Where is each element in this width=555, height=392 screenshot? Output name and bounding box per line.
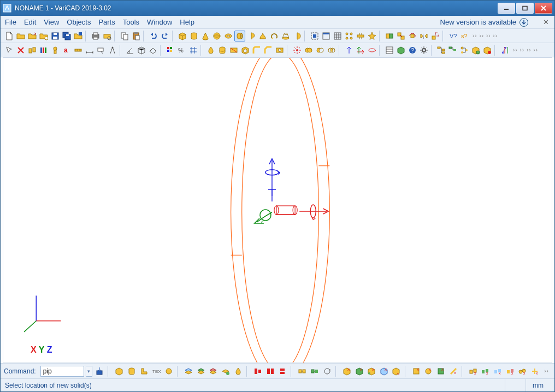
constrain3-icon[interactable]: x [367,366,377,377]
save-icon[interactable] [50,31,61,41]
solid-cone-icon[interactable] [200,31,211,41]
command-input[interactable] [40,366,84,377]
tool-dim-icon[interactable] [84,45,95,56]
paste-icon[interactable] [131,31,141,41]
tool-compass-icon[interactable] [107,45,118,56]
assm3-icon[interactable]: x [493,366,503,377]
menubar-close-icon[interactable]: ✕ [541,18,550,27]
view-iso-icon[interactable] [136,45,147,56]
solid-cylinder-icon[interactable] [188,31,199,41]
del1-icon[interactable]: x [411,366,421,377]
new-file-icon[interactable] [4,31,15,41]
view-plane-icon[interactable] [147,45,158,56]
toolbar-overflow[interactable]: ›› [542,368,551,374]
layer3-icon[interactable] [208,366,219,377]
boolean-union-icon[interactable] [303,45,314,56]
print-preview-icon[interactable] [102,31,113,41]
maximize-button[interactable] [516,3,534,14]
align2-icon[interactable] [265,366,275,377]
view-angle-icon[interactable] [125,45,135,56]
solid-wedge-icon[interactable] [246,31,257,41]
constrain4-icon[interactable]: x [379,366,389,377]
edit-part-icon[interactable] [321,31,332,41]
tool-measure-icon[interactable] [73,45,84,56]
menu-objects[interactable]: Objects [67,18,91,26]
save-as-icon[interactable] [73,31,84,41]
minimize-button[interactable] [498,3,515,14]
scale-icon[interactable] [430,31,441,41]
menu-file[interactable]: File [5,18,16,26]
new-version-link[interactable]: New version is available [440,18,528,27]
star-icon[interactable] [367,31,377,41]
toolbar-overflow[interactable]: ›› ›› ›› ›› [470,33,500,39]
solid-sphere-icon[interactable] [211,31,222,41]
link2-icon[interactable] [310,366,320,377]
copy-icon[interactable] [119,31,130,41]
command-dropdown[interactable]: ▾ [86,366,92,377]
help3-icon[interactable]: ? [407,45,418,56]
tree4-icon[interactable] [470,45,481,56]
group-icon[interactable] [384,31,395,41]
menu-window[interactable]: Window [147,18,172,26]
tool-hole-icon[interactable] [274,45,285,56]
grid-icon[interactable] [332,31,343,41]
explode-icon[interactable] [292,45,303,56]
save-all-icon[interactable] [61,31,72,41]
tool-prop-icon[interactable] [50,45,61,56]
part-list-icon[interactable] [384,45,395,56]
help1-icon[interactable]: V? [447,31,458,41]
view-cyl-icon[interactable] [127,366,137,377]
menu-view[interactable]: View [44,18,59,26]
solid-torus-icon[interactable] [223,31,234,41]
mirror-icon[interactable] [418,31,429,41]
constrain2-icon[interactable]: x [354,366,364,377]
tree2-icon[interactable] [447,45,458,56]
assm2-icon[interactable]: x [480,366,491,377]
open-recent-icon[interactable] [27,31,38,41]
view-box-icon[interactable] [114,366,125,377]
rotate-icon[interactable] [407,31,418,41]
menu-parts[interactable]: Parts [98,18,115,26]
export-icon[interactable] [95,366,105,377]
del2-icon[interactable]: x [423,366,434,377]
view-sphere-icon[interactable] [164,366,174,377]
tool-group-icon[interactable] [27,45,38,56]
tree5-icon[interactable] [482,45,493,56]
axis-rot-icon[interactable] [367,45,377,56]
undo-icon[interactable] [148,31,159,41]
tool-fillet-icon[interactable] [251,45,262,56]
axis-z-icon[interactable] [344,45,355,56]
tree-icon[interactable] [436,45,447,56]
layer1-icon[interactable] [184,366,194,377]
menu-tools[interactable]: Tools [123,18,139,26]
tool-chamfer-icon[interactable] [263,45,274,56]
constrain5-icon[interactable] [391,366,402,377]
color-icon[interactable] [165,45,176,56]
tool-drop-icon[interactable] [205,45,216,56]
menu-help[interactable]: Help [180,18,194,26]
layer2-icon[interactable] [196,366,206,377]
menu-edit[interactable]: Edit [24,18,36,26]
redo-icon[interactable] [160,31,170,41]
hash-icon[interactable] [188,45,199,56]
axis-xy-icon[interactable] [355,45,366,56]
solid-revolve-icon[interactable] [269,31,280,41]
tool-shell-icon[interactable] [240,45,251,56]
tree3-icon[interactable] [459,45,470,56]
part-green-icon[interactable] [395,45,406,56]
solid-extrude-icon[interactable] [257,31,268,41]
open-file-icon[interactable] [15,31,26,41]
solid-half-icon[interactable] [292,31,303,41]
del3-icon[interactable]: x [436,366,446,377]
percent-icon[interactable]: % [176,45,187,56]
text-icon[interactable]: TEXT [151,366,162,377]
assm5-icon[interactable]: x [517,366,528,377]
close-button[interactable] [535,3,552,14]
pattern-icon[interactable] [344,31,355,41]
move-icon[interactable] [395,31,406,41]
link1-icon[interactable] [297,366,308,377]
solid-box-icon[interactable] [177,31,188,41]
settings-icon[interactable] [418,45,429,56]
align3-icon[interactable] [278,366,288,377]
link3-icon[interactable] [322,366,332,377]
